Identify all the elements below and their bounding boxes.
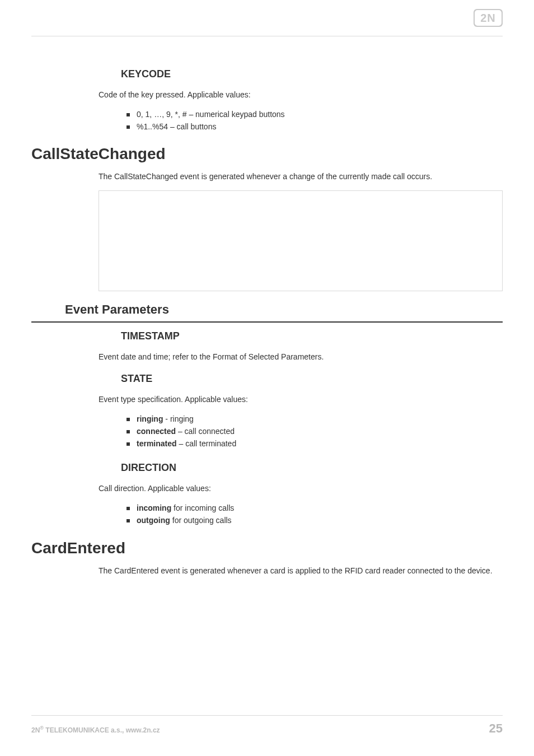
svg-text:2N: 2N xyxy=(480,12,496,24)
list-item: connected – call connected xyxy=(127,426,503,438)
heading-direction: DIRECTION xyxy=(121,462,503,474)
list-item: outgoing for outgoing calls xyxy=(127,515,503,527)
heading-state: STATE xyxy=(121,373,503,385)
list-state: ringing - ringing connected – call conne… xyxy=(127,413,503,450)
text-direction: Call direction. Applicable values: xyxy=(99,483,503,494)
text-state: Event type specification. Applicable val… xyxy=(99,394,503,405)
list-item-rest: – call connected xyxy=(176,427,235,436)
list-item-rest: – call terminated xyxy=(177,439,237,448)
list-item-bold: outgoing xyxy=(137,516,170,525)
list-item: %1..%54 – call buttons xyxy=(127,121,503,133)
list-item-bold: connected xyxy=(137,427,176,436)
list-item: terminated – call terminated xyxy=(127,438,503,450)
heading-keycode: KEYCODE xyxy=(121,68,503,80)
list-direction: incoming for incoming calls outgoing for… xyxy=(127,502,503,526)
page-number: 25 xyxy=(489,721,503,736)
list-item: incoming for incoming calls xyxy=(127,502,503,515)
text-cardentered: The CardEntered event is generated whene… xyxy=(99,565,503,577)
list-item: ringing - ringing xyxy=(127,413,503,426)
footer-rule xyxy=(31,715,503,716)
list-item-rest: for incoming calls xyxy=(171,503,234,512)
list-item-bold: ringing xyxy=(137,414,163,423)
text-timestamp: Event date and time; refer to the Format… xyxy=(99,351,503,363)
footer: 2N® TELEKOMUNIKACE a.s., www.2n.cz 25 xyxy=(31,715,503,736)
list-item: 0, 1, …, 9, *, # – numerical keypad butt… xyxy=(127,109,503,121)
text-keycode: Code of the key pressed. Applicable valu… xyxy=(99,89,503,101)
heading-event-parameters: Event Parameters xyxy=(65,302,503,320)
heading-callstatechanged: CallStateChanged xyxy=(31,145,503,163)
footer-brand-sup: ® xyxy=(40,725,44,731)
heading-timestamp: TIMESTAMP xyxy=(121,330,503,342)
footer-brand-prefix: 2N xyxy=(31,726,40,734)
brand-logo: 2N xyxy=(474,9,503,29)
code-box-placeholder xyxy=(99,190,503,291)
list-item-bold: incoming xyxy=(137,503,171,512)
footer-brand-rest: TELEKOMUNIKACE a.s., www.2n.cz xyxy=(44,726,160,734)
heading-cardentered: CardEntered xyxy=(31,539,503,557)
list-item-rest: - ringing xyxy=(163,414,193,423)
header-rule xyxy=(31,36,503,36)
page: 2N KEYCODE Code of the key pressed. Appl… xyxy=(0,0,534,756)
list-item-rest: for outgoing calls xyxy=(170,516,232,525)
text-callstatechanged: The CallStateChanged event is generated … xyxy=(99,171,503,183)
list-item-bold: terminated xyxy=(137,439,177,448)
content: KEYCODE Code of the key pressed. Applica… xyxy=(31,68,503,577)
heading-event-parameters-wrap: Event Parameters xyxy=(31,302,503,323)
list-keycode: 0, 1, …, 9, *, # – numerical keypad butt… xyxy=(127,109,503,133)
heading-rule xyxy=(31,321,503,323)
footer-left: 2N® TELEKOMUNIKACE a.s., www.2n.cz xyxy=(31,725,160,734)
